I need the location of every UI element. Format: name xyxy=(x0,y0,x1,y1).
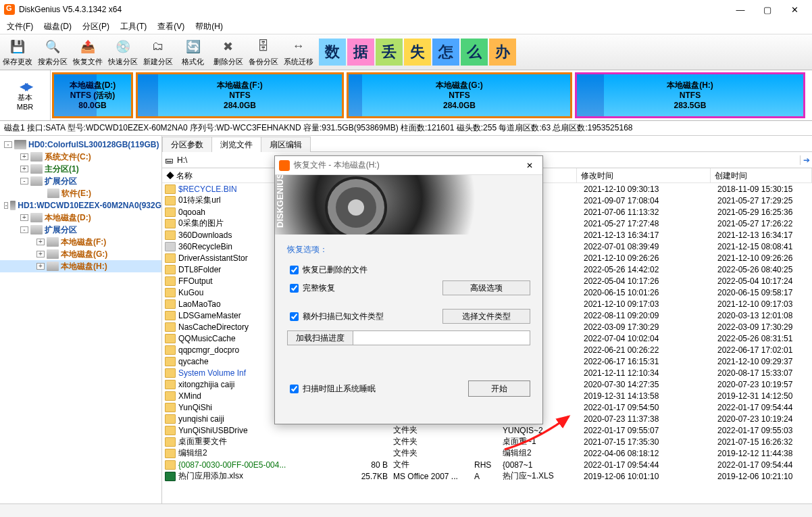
toolbar-button[interactable]: 🔄格式化 xyxy=(176,34,211,70)
tree-expander-icon[interactable]: + xyxy=(20,214,28,221)
toolbar-button[interactable]: ✖删除分区 xyxy=(211,34,246,70)
toolbar-button[interactable]: ↔系统迁移 xyxy=(281,34,316,70)
dialog-title-bar[interactable]: 恢复文件 - 本地磁盘(H:) ✕ xyxy=(275,156,542,175)
tree-expander-icon[interactable]: - xyxy=(20,226,28,233)
col-created[interactable]: 创建时间 xyxy=(711,168,812,182)
col-modified[interactable]: 修改时间 xyxy=(577,168,711,182)
menu-item[interactable]: 文件(F) xyxy=(1,20,39,34)
tree-expander-icon[interactable]: - xyxy=(20,178,28,184)
dialog-close-button[interactable]: ✕ xyxy=(521,161,538,170)
file-icon xyxy=(165,322,176,332)
tree-expander-icon[interactable]: - xyxy=(4,141,12,148)
file-icon xyxy=(165,449,176,458)
mbr-column[interactable]: ◀▶ 基本 MBR xyxy=(0,70,51,120)
tree-expander-icon[interactable]: + xyxy=(36,263,45,270)
tree-expander-icon[interactable]: + xyxy=(20,153,28,160)
go-arrow-icon[interactable]: ➔ xyxy=(800,155,812,165)
file-icon xyxy=(165,472,176,481)
partition-box[interactable]: 本地磁盘(G:)NTFS284.0GB xyxy=(347,72,572,118)
partition-box[interactable]: 本地磁盘(H:)NTFS283.5GB xyxy=(575,72,805,118)
tree-expander-icon[interactable]: + xyxy=(36,239,45,245)
备份分区-icon: 🗄 xyxy=(255,38,272,55)
file-icon xyxy=(165,460,176,470)
tree-expander-icon[interactable]: + xyxy=(36,251,45,257)
file-row[interactable]: {0087-0030-00FF-00E5-004... 80 B 文件 RHS … xyxy=(162,459,812,470)
toolbar-button[interactable]: 🗂新建分区 xyxy=(141,34,176,70)
file-icon xyxy=(165,311,176,320)
tree-node[interactable]: +本地磁盘(G:) xyxy=(0,248,161,260)
tree-node[interactable]: -HD1:WDCWD10EZEX-60M2NA0(932G xyxy=(0,199,161,212)
tree-expander-icon[interactable]: + xyxy=(20,166,28,172)
load-progress-button[interactable]: 加载扫描进度 xyxy=(287,330,353,345)
banner-char: 失 xyxy=(404,39,431,66)
svg-text:DISKGENIUS: DISKGENIUS xyxy=(275,175,285,228)
toolbar-button[interactable]: 💾保存更改 xyxy=(0,34,35,70)
tab[interactable]: 分区参数 xyxy=(162,137,212,152)
tree-node[interactable]: +本地磁盘(F:) xyxy=(0,236,161,248)
tree-node[interactable]: -扩展分区 xyxy=(0,224,161,236)
file-icon xyxy=(165,276,176,286)
disk-tree[interactable]: -HD0:ColorfulSL300128GB(119GB)+系统文件(C:)+… xyxy=(0,136,162,517)
maximize-button[interactable]: ▢ xyxy=(754,0,781,19)
恢复文件-icon: 📤 xyxy=(79,38,97,55)
tree-icon xyxy=(30,176,43,186)
file-icon xyxy=(165,253,176,263)
toolbar-button[interactable]: 🔍搜索分区 xyxy=(35,34,70,70)
close-button[interactable]: ✕ xyxy=(781,0,808,19)
menu-item[interactable]: 查看(V) xyxy=(152,20,190,34)
nav-arrows-icon: ◀▶ xyxy=(20,80,30,93)
toolbar: 💾保存更改🔍搜索分区📤恢复文件💿快速分区🗂新建分区🔄格式化✖删除分区🗄备份分区↔… xyxy=(0,34,812,70)
full-recovery-checkbox[interactable] xyxy=(290,284,299,293)
banner-char: 么 xyxy=(461,39,488,66)
advanced-options-button[interactable]: 高级选项 xyxy=(442,280,530,295)
menu-item[interactable]: 帮助(H) xyxy=(190,20,228,34)
app-logo-icon xyxy=(4,4,15,15)
file-row[interactable]: 编辑组2 文件夹 编辑组2 2022-04-06 08:18:12 2019-1… xyxy=(162,447,812,459)
toolbar-button[interactable]: 🗄备份分区 xyxy=(246,34,281,70)
menu-item[interactable]: 磁盘(D) xyxy=(39,20,77,34)
tree-node[interactable]: -HD0:ColorfulSL300128GB(119GB) xyxy=(0,139,161,151)
toolbar-button[interactable]: 💿快速分区 xyxy=(105,34,141,70)
recover-deleted-checkbox[interactable] xyxy=(290,266,299,274)
progress-path-field[interactable] xyxy=(353,330,530,345)
tree-node[interactable]: +系统文件(C:) xyxy=(0,151,161,163)
partition-box[interactable]: 本地磁盘(D:)NTFS (活动)80.0GB xyxy=(52,72,133,118)
extra-scan-label: 额外扫描已知文件类型 xyxy=(303,311,384,322)
banner-char: 丢 xyxy=(376,39,403,66)
tree-node[interactable]: +主分区(1) xyxy=(0,163,161,175)
file-icon xyxy=(165,334,176,343)
toolbar-button[interactable]: 📤恢复文件 xyxy=(70,34,105,70)
tree-node[interactable]: -扩展分区 xyxy=(0,175,161,187)
tree-node[interactable]: 软件(E:) xyxy=(0,187,161,199)
tab[interactable]: 扇区编辑 xyxy=(261,137,311,152)
file-icon xyxy=(165,368,176,378)
start-button[interactable]: 开始 xyxy=(468,380,530,397)
file-icon xyxy=(165,403,176,412)
dialog-logo-icon xyxy=(279,160,290,171)
minimize-button[interactable]: — xyxy=(727,0,754,19)
partition-box[interactable]: 本地磁盘(F:)NTFS284.0GB xyxy=(136,72,344,118)
系统迁移-icon: ↔ xyxy=(290,38,307,55)
tree-icon xyxy=(47,262,59,271)
prevent-sleep-checkbox[interactable] xyxy=(290,385,299,393)
file-row[interactable]: 桌面重要文件 文件夹 桌面重~1 2021-07-15 17:35:30 202… xyxy=(162,436,812,447)
full-recovery-label: 完整恢复 xyxy=(303,282,335,294)
tree-node[interactable]: +本地磁盘(H:) xyxy=(0,260,161,272)
tree-expander-icon[interactable]: - xyxy=(4,202,8,209)
file-row[interactable]: YunQiShiUSBDrive 文件夹 YUNQIS~2 2022-01-17… xyxy=(162,424,812,436)
extra-scan-checkbox[interactable] xyxy=(290,312,299,321)
select-file-types-button[interactable]: 选择文件类型 xyxy=(442,309,530,324)
prevent-sleep-label: 扫描时阻止系统睡眠 xyxy=(303,383,376,395)
dialog-options-header: 恢复选项： xyxy=(287,244,530,255)
dialog-banner: DISKGENIUS xyxy=(275,175,542,235)
tab[interactable]: 浏览文件 xyxy=(211,137,261,152)
tree-node[interactable]: +本地磁盘(D:) xyxy=(0,212,161,224)
tree-icon xyxy=(47,189,59,198)
file-row[interactable]: 热门应用添加.xlsx 25.7KB MS Office 2007 ... A … xyxy=(162,470,812,482)
menu-item[interactable]: 工具(T) xyxy=(115,20,152,34)
tree-icon xyxy=(14,140,26,149)
file-icon xyxy=(165,184,176,194)
file-icon xyxy=(165,265,176,274)
menu-item[interactable]: 分区(P) xyxy=(77,20,115,34)
tree-icon xyxy=(30,152,43,162)
